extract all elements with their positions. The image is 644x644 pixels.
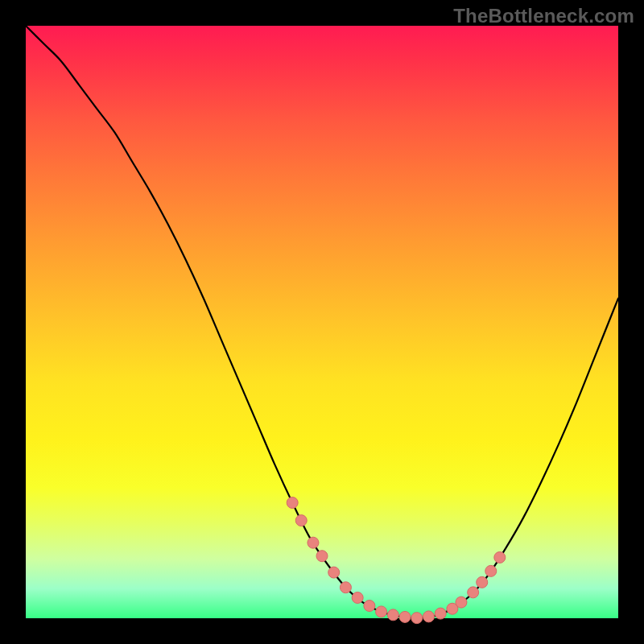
curve-dot [468, 587, 479, 598]
curve-dot [485, 565, 497, 576]
curve-dot [287, 497, 298, 508]
curve-dot [364, 601, 375, 612]
curve-dot [456, 597, 467, 608]
curve-dots [287, 497, 506, 623]
curve-dot [423, 611, 434, 622]
curve-dot [352, 592, 363, 603]
curve-dot [411, 613, 423, 624]
curve-dot [494, 551, 506, 563]
watermark-text: TheBottleneck.com [453, 5, 634, 27]
bottleneck-curve [26, 26, 618, 618]
curve-dot [376, 606, 387, 617]
curve-svg [26, 26, 618, 618]
curve-dot [328, 567, 340, 578]
curve-dot [316, 551, 328, 562]
curve-dot [387, 609, 398, 621]
curve-dot [308, 537, 319, 548]
plot-area [26, 26, 618, 618]
curve-dot [435, 608, 446, 619]
curve-dot [295, 515, 307, 526]
curve-dot [477, 576, 488, 588]
curve-dot [340, 582, 351, 593]
curve-dot [399, 611, 411, 622]
